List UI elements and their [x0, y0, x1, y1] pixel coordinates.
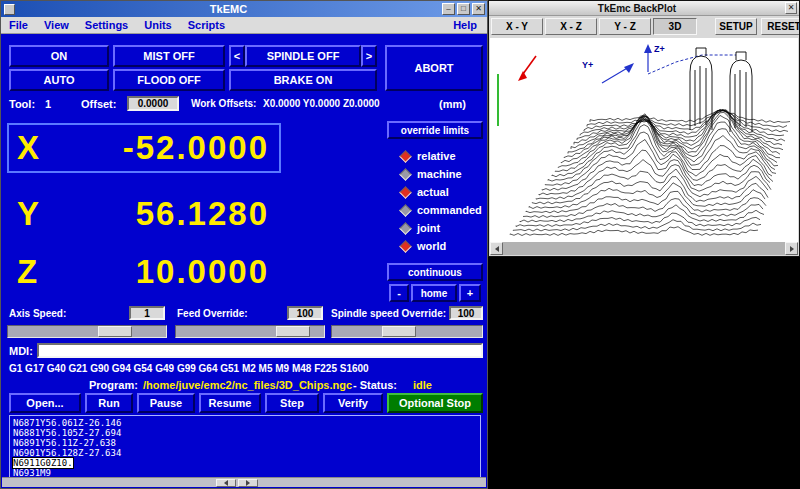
z-axis-label: Z+	[654, 44, 665, 54]
brake-button[interactable]: BRAKE ON	[229, 69, 377, 91]
scroll-right-icon[interactable]	[238, 479, 258, 487]
z-axis-arrow-icon	[644, 44, 652, 72]
mdi-input[interactable]	[37, 343, 483, 358]
jog-mode-button[interactable]: continuous	[387, 263, 483, 281]
machine-on-button[interactable]: ON	[9, 45, 109, 67]
menu-help[interactable]: Help	[443, 19, 487, 31]
menu-units[interactable]: Units	[136, 19, 180, 31]
axis-speed-slider[interactable]	[7, 325, 167, 338]
mist-button[interactable]: MIST OFF	[113, 45, 225, 67]
spindle-button[interactable]: SPINDLE OFF	[245, 45, 361, 67]
program-line: N6881Y56.105Z-27.694	[13, 428, 477, 438]
spindle-decrease-button[interactable]: <	[229, 45, 245, 67]
program-line-text: N6881Y56.105Z-27.694	[13, 428, 121, 438]
work-offsets-value: X0.0000 Y0.0000 Z0.0000	[263, 98, 380, 109]
tool-marker-arrow-icon	[518, 56, 536, 81]
scroll-right-icon[interactable]	[785, 242, 798, 255]
override-limits-button[interactable]: override limits	[387, 121, 483, 139]
program-line: N6901Y56.128Z-27.634	[13, 448, 477, 458]
run-button[interactable]: Run	[85, 393, 133, 413]
tool-number: 1	[45, 98, 51, 110]
backplot-hscrollbar[interactable]	[490, 242, 798, 255]
backplot-canvas[interactable]: Z+ Y+	[490, 38, 798, 243]
spindle-override-slider[interactable]	[331, 325, 483, 338]
spindle-override-slider-thumb[interactable]	[382, 326, 416, 337]
backplot-titlebar[interactable]: TkEmc BackPlot ✕	[489, 1, 799, 16]
axis-letter: Y	[9, 195, 61, 233]
resume-button[interactable]: Resume	[199, 393, 261, 413]
jog-minus-button[interactable]: -	[389, 284, 409, 302]
scroll-left-icon[interactable]	[216, 479, 236, 487]
radio-actual[interactable]: actual	[401, 185, 449, 199]
radio-indicator-icon	[399, 240, 412, 253]
backplot-toolbar: X - Y X - Z Y - Z 3D SETUP RESET	[489, 16, 799, 37]
program-line-text: N6911G0Z10.	[13, 458, 73, 468]
backplot-window: TkEmc BackPlot ✕ X - Y X - Z Y - Z 3D SE…	[488, 0, 800, 257]
radio-label: machine	[417, 168, 462, 180]
program-line: N6871Y56.061Z-26.146	[13, 418, 477, 428]
jog-plus-button[interactable]: +	[459, 284, 481, 302]
abort-button[interactable]: ABORT	[385, 45, 483, 91]
axis-value: 10.0000	[61, 253, 279, 291]
axis-row-z[interactable]: Z 10.0000	[7, 247, 281, 297]
program-listing[interactable]: N6871Y56.061Z-26.146 N6881Y56.105Z-27.69…	[9, 415, 481, 479]
axis-speed-label: Axis Speed:	[9, 308, 66, 319]
setup-button[interactable]: SETUP	[715, 18, 757, 35]
radio-indicator-icon	[399, 150, 412, 163]
radio-machine[interactable]: machine	[401, 167, 462, 181]
pause-button[interactable]: Pause	[137, 393, 195, 413]
radio-indicator-icon	[399, 168, 412, 181]
radio-world[interactable]: world	[401, 239, 446, 253]
radio-indicator-icon	[399, 186, 412, 199]
view-yz-button[interactable]: Y - Z	[599, 18, 651, 35]
view-xy-button[interactable]: X - Y	[491, 18, 543, 35]
feed-override-value: 100	[287, 306, 323, 320]
axis-speed-slider-thumb[interactable]	[98, 326, 132, 337]
mode-auto-button[interactable]: AUTO	[9, 69, 109, 91]
optional-stop-button[interactable]: Optional Stop	[387, 393, 483, 413]
backplot-title: TkEmc BackPlot	[489, 3, 785, 14]
feed-override-slider-thumb[interactable]	[276, 326, 310, 337]
tkemc-titlebar[interactable]: TkEMC – □ ✕	[1, 1, 487, 17]
radio-indicator-icon	[399, 222, 412, 235]
radio-label: world	[417, 240, 446, 252]
open-button[interactable]: Open...	[9, 393, 81, 413]
view-xz-button[interactable]: X - Z	[545, 18, 597, 35]
reset-button[interactable]: RESET	[761, 18, 800, 35]
menu-scripts[interactable]: Scripts	[180, 19, 233, 31]
close-icon[interactable]: ✕	[785, 2, 797, 14]
program-line: N6891Y56.11Z-27.638	[13, 438, 477, 448]
home-button[interactable]: home	[411, 284, 457, 302]
spindle-override-value: 100	[449, 306, 483, 320]
active-codes: G1 G17 G40 G21 G90 G94 G54 G49 G99 G64 G…	[9, 363, 369, 374]
menu-file[interactable]: File	[1, 19, 36, 31]
menu-view[interactable]: View	[36, 19, 77, 31]
view-3d-button[interactable]: 3D	[653, 18, 697, 35]
program-hscrollbar[interactable]	[2, 477, 486, 487]
feed-override-slider[interactable]	[175, 325, 325, 338]
axis-letter: Z	[9, 253, 61, 291]
axis-row-x[interactable]: X -52.0000	[7, 123, 281, 173]
step-button[interactable]: Step	[265, 393, 319, 413]
scroll-left-icon[interactable]	[490, 242, 503, 255]
radio-label: joint	[417, 222, 440, 234]
mdi-label: MDI:	[9, 345, 33, 357]
radio-commanded[interactable]: commanded	[401, 203, 482, 217]
y-axis-arrow-icon	[602, 63, 634, 83]
axis-row-y[interactable]: Y 56.1280	[7, 189, 281, 239]
offset-entry[interactable]: 0.0000	[127, 96, 179, 111]
radio-joint[interactable]: joint	[401, 221, 440, 235]
close-icon[interactable]: ✕	[472, 3, 485, 15]
spindle-increase-button[interactable]: >	[361, 45, 377, 67]
verify-button[interactable]: Verify	[323, 393, 383, 413]
tkemc-window: TkEMC – □ ✕ File View Settings Units Scr…	[0, 0, 488, 489]
menu-settings[interactable]: Settings	[77, 19, 136, 31]
minimize-icon[interactable]: –	[442, 3, 455, 15]
menubar: File View Settings Units Scripts Help	[1, 17, 487, 34]
radio-relative[interactable]: relative	[401, 149, 456, 163]
window-menu-icon[interactable]	[4, 4, 15, 15]
maximize-icon[interactable]: □	[457, 3, 470, 15]
tool-label: Tool:	[9, 98, 35, 110]
units-label: (mm)	[439, 98, 466, 110]
flood-button[interactable]: FLOOD OFF	[113, 69, 225, 91]
